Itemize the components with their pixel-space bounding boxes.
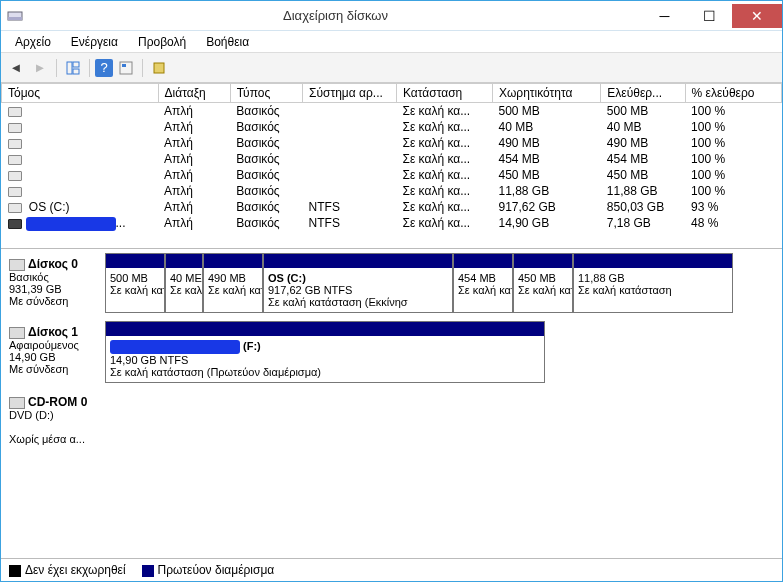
legend: Δεν έχει εκχωρηθεί Πρωτεύον διαμέρισμα xyxy=(1,558,782,581)
svg-rect-3 xyxy=(73,62,79,67)
table-row[interactable]: ΑπλήΒασικόςΣε καλή κα...490 MB490 MB100 … xyxy=(2,135,782,151)
view-toggle-icon[interactable] xyxy=(62,57,84,79)
table-row[interactable]: ΑπλήΒασικόςΣε καλή κα...450 MB450 MB100 … xyxy=(2,167,782,183)
table-row[interactable]: OS (C:)ΑπλήΒασικόςNTFSΣε καλή κα...917,6… xyxy=(2,199,782,215)
drive-icon xyxy=(8,123,22,133)
drive-icon xyxy=(8,139,22,149)
legend-unallocated: Δεν έχει εκχωρηθεί xyxy=(25,563,126,577)
help-icon[interactable]: ? xyxy=(95,59,113,77)
unallocated-swatch xyxy=(9,565,21,577)
partition[interactable]: (F:)14,90 GB NTFSΣε καλή κατάσταση (Πρωτ… xyxy=(105,321,545,383)
maximize-button[interactable]: ☐ xyxy=(687,4,732,28)
svg-rect-2 xyxy=(67,62,72,74)
col-layout[interactable]: Διάταξη xyxy=(158,84,230,103)
disk-icon xyxy=(9,397,25,409)
minimize-button[interactable]: ─ xyxy=(642,4,687,28)
menubar: Αρχείο Ενέργεια Προβολή Βοήθεια xyxy=(1,31,782,53)
menu-help[interactable]: Βοήθεια xyxy=(198,33,257,51)
refresh-icon[interactable] xyxy=(148,57,170,79)
titlebar: Διαχείριση δίσκων ─ ☐ ✕ xyxy=(1,1,782,31)
partition[interactable]: 11,88 GBΣε καλή κατάσταση xyxy=(573,253,733,313)
table-row[interactable]: ΑπλήΒασικόςΣε καλή κα...40 MB40 MB100 % xyxy=(2,119,782,135)
col-type[interactable]: Τύπος xyxy=(230,84,302,103)
partition[interactable]: 490 MBΣε καλή κατ xyxy=(203,253,263,313)
svg-rect-4 xyxy=(73,69,79,74)
menu-action[interactable]: Ενέργεια xyxy=(63,33,126,51)
drive-icon xyxy=(8,155,22,165)
disk-label[interactable]: CD-ROM 0DVD (D:)Χωρίς μέσα α... xyxy=(5,391,105,449)
window-title: Διαχείριση δίσκων xyxy=(29,8,642,23)
drive-icon xyxy=(8,203,22,213)
partition[interactable]: 450 MBΣε καλή κατ xyxy=(513,253,573,313)
disk-row: Δίσκος 1Αφαιρούμενος14,90 GBΜε σύνδεση (… xyxy=(5,321,778,383)
disk-label[interactable]: Δίσκος 1Αφαιρούμενος14,90 GBΜε σύνδεση xyxy=(5,321,105,383)
svg-rect-6 xyxy=(122,64,126,67)
back-button[interactable]: ◄ xyxy=(5,57,27,79)
col-pct[interactable]: % ελεύθερο xyxy=(685,84,781,103)
col-free[interactable]: Ελεύθερ... xyxy=(601,84,685,103)
col-volume[interactable]: Τόμος xyxy=(2,84,159,103)
forward-button[interactable]: ► xyxy=(29,57,51,79)
col-status[interactable]: Κατάσταση xyxy=(396,84,492,103)
drive-icon xyxy=(8,171,22,181)
disk-icon xyxy=(9,259,25,271)
col-fs[interactable]: Σύστημα αρ... xyxy=(303,84,397,103)
app-icon xyxy=(7,8,23,24)
drive-icon xyxy=(8,107,22,117)
disk-label[interactable]: Δίσκος 0Βασικός931,39 GBΜε σύνδεση xyxy=(5,253,105,313)
graphical-view[interactable]: Δίσκος 0Βασικός931,39 GBΜε σύνδεση500 MB… xyxy=(1,249,782,558)
volume-table[interactable]: ΤόμοςΔιάταξηΤύποςΣύστημα αρ...ΚατάστασηΧ… xyxy=(1,83,782,249)
disk-icon xyxy=(9,327,25,339)
drive-icon xyxy=(8,187,22,197)
partition[interactable]: 454 MBΣε καλή κατ xyxy=(453,253,513,313)
table-row[interactable]: ...ΑπλήΒασικόςNTFSΣε καλή κα...14,90 GB7… xyxy=(2,215,782,232)
svg-rect-5 xyxy=(120,62,132,74)
drive-icon xyxy=(8,219,22,229)
legend-primary: Πρωτεύον διαμέρισμα xyxy=(158,563,275,577)
disk-row: CD-ROM 0DVD (D:)Χωρίς μέσα α... xyxy=(5,391,778,449)
table-row[interactable]: ΑπλήΒασικόςΣε καλή κα...11,88 GB11,88 GB… xyxy=(2,183,782,199)
disk-row: Δίσκος 0Βασικός931,39 GBΜε σύνδεση500 MB… xyxy=(5,253,778,313)
menu-file[interactable]: Αρχείο xyxy=(7,33,59,51)
close-button[interactable]: ✕ xyxy=(732,4,782,28)
partition[interactable]: OS (C:)917,62 GB NTFSΣε καλή κατάσταση (… xyxy=(263,253,453,313)
partition[interactable]: 500 MBΣε καλή κατ xyxy=(105,253,165,313)
toolbar: ◄ ► ? xyxy=(1,53,782,83)
menu-view[interactable]: Προβολή xyxy=(130,33,194,51)
table-row[interactable]: ΑπλήΒασικόςΣε καλή κα...454 MB454 MB100 … xyxy=(2,151,782,167)
svg-rect-7 xyxy=(154,63,164,73)
svg-rect-1 xyxy=(8,17,22,20)
col-capacity[interactable]: Χωρητικότητα xyxy=(492,84,600,103)
table-row[interactable]: ΑπλήΒασικόςΣε καλή κα...500 MB500 MB100 … xyxy=(2,103,782,120)
partition[interactable]: 40 MEΣε καλ xyxy=(165,253,203,313)
primary-swatch xyxy=(142,565,154,577)
properties-icon[interactable] xyxy=(115,57,137,79)
